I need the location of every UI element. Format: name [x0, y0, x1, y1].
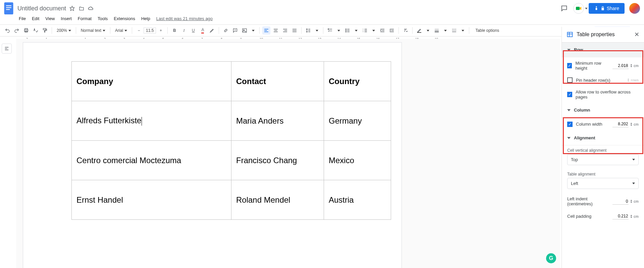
table-cell[interactable]: Alfreds Futterkiste [72, 101, 231, 141]
table-cell[interactable]: Francisco Chang [231, 141, 324, 180]
checklist-dropdown[interactable] [335, 29, 342, 32]
table-cell[interactable]: Austria [324, 180, 391, 220]
row-section-toggle[interactable]: Row [562, 43, 644, 57]
table-properties-icon [567, 31, 573, 38]
align-justify-icon[interactable] [290, 26, 299, 35]
border-width-dropdown[interactable] [442, 29, 449, 32]
meet-icon[interactable] [573, 3, 584, 14]
menu-file[interactable]: File [16, 15, 29, 22]
clear-formatting-icon[interactable] [401, 26, 410, 35]
spellcheck-icon[interactable] [32, 26, 40, 35]
table-cell[interactable]: Mexico [324, 141, 391, 180]
left-indent-input[interactable] [612, 198, 629, 205]
underline-icon[interactable]: U [189, 26, 197, 35]
table-cell[interactable]: Centro comercial Moctezuma [72, 141, 231, 180]
insert-image-dropdown[interactable] [250, 29, 257, 32]
close-panel-icon[interactable]: ✕ [634, 31, 639, 38]
account-avatar[interactable] [629, 3, 640, 14]
menu-insert[interactable]: Insert [58, 15, 74, 22]
svg-point-18 [346, 31, 346, 32]
column-section-toggle[interactable]: Column [562, 103, 644, 117]
insert-comment-icon[interactable] [231, 26, 239, 35]
select-value: Left [571, 181, 578, 186]
align-left-icon[interactable] [262, 26, 270, 35]
overflow-checkbox[interactable]: ✓ [567, 92, 572, 97]
text-color-icon[interactable]: A [199, 26, 207, 35]
comments-icon[interactable] [560, 4, 569, 13]
document-outline-toggle[interactable] [2, 44, 12, 54]
font-select[interactable]: Arial [113, 27, 129, 34]
min-row-height-input[interactable] [612, 63, 629, 69]
menu-tools[interactable]: Tools [95, 15, 110, 22]
border-width-icon[interactable] [433, 26, 441, 35]
bold-icon[interactable]: B [170, 26, 178, 35]
select-value: Top [571, 157, 578, 162]
border-color-icon[interactable] [415, 26, 423, 35]
menu-edit[interactable]: Edit [29, 15, 42, 22]
font-size-decrease[interactable]: − [135, 26, 143, 35]
menu-help[interactable]: Help [139, 15, 153, 22]
table-options-button[interactable]: Table options [472, 27, 502, 34]
menu-extensions[interactable]: Extensions [111, 15, 138, 22]
document-title[interactable]: Untitled document [17, 5, 66, 12]
zoom-select[interactable]: 200% [55, 27, 73, 34]
line-spacing-dropdown[interactable] [314, 29, 320, 32]
insert-link-icon[interactable] [222, 26, 230, 35]
pin-header-checkbox[interactable]: ✓ [567, 77, 573, 83]
share-button[interactable]: Share [589, 3, 625, 14]
table-cell[interactable]: Ernst Handel [72, 180, 231, 220]
border-style-icon[interactable] [450, 26, 458, 35]
table-header-cell[interactable]: Contact [231, 62, 324, 101]
align-right-icon[interactable] [281, 26, 289, 35]
highlight-icon[interactable] [208, 26, 216, 35]
line-spacing-icon[interactable] [304, 26, 312, 35]
undo-icon[interactable] [3, 26, 11, 35]
svg-rect-7 [595, 8, 597, 10]
alignment-section-toggle[interactable]: Alignment [562, 131, 644, 145]
column-width-input[interactable] [612, 121, 629, 127]
document-table[interactable]: Company Contact Country Alfreds Futterki… [71, 61, 391, 220]
numbered-list-dropdown[interactable] [370, 29, 377, 32]
insert-image-icon[interactable] [240, 26, 249, 35]
cell-vertical-alignment-select[interactable]: Top [567, 154, 639, 165]
border-style-dropdown[interactable] [460, 29, 466, 32]
paragraph-style-select[interactable]: Normal text [79, 27, 107, 34]
star-icon[interactable] [69, 5, 75, 12]
min-row-height-checkbox[interactable]: ✓ [567, 63, 572, 68]
docs-logo[interactable] [3, 2, 15, 14]
stepper-icon[interactable]: ▲▼ [630, 199, 632, 203]
table-alignment-select[interactable]: Left [567, 178, 639, 189]
redo-icon[interactable] [13, 26, 21, 35]
numbered-list-icon[interactable]: 123 [361, 26, 369, 35]
paint-format-icon[interactable] [41, 26, 49, 35]
stepper-icon[interactable]: ▲▼ [630, 122, 632, 126]
checklist-icon[interactable] [326, 26, 334, 35]
table-cell[interactable]: Germany [324, 101, 391, 141]
document-canvas[interactable]: Company Contact Country Alfreds Futterki… [16, 39, 560, 268]
table-cell[interactable]: Roland Mendel [231, 180, 324, 220]
move-icon[interactable] [78, 5, 85, 12]
align-center-icon[interactable] [272, 26, 280, 35]
cloud-saved-icon[interactable] [88, 5, 94, 12]
menu-view[interactable]: View [43, 15, 57, 22]
indent-decrease-icon[interactable] [378, 26, 386, 35]
menu-format[interactable]: Format [75, 15, 94, 22]
column-width-checkbox[interactable]: ✓ [567, 122, 573, 127]
print-icon[interactable] [22, 26, 30, 35]
table-header-cell[interactable]: Country [324, 62, 391, 101]
border-color-dropdown[interactable] [425, 29, 431, 32]
font-size-increase[interactable]: + [157, 26, 165, 35]
font-size-input[interactable]: 11.5 [144, 27, 156, 34]
stepper-icon[interactable]: ▲▼ [630, 64, 632, 68]
last-edit-link[interactable]: Last edit was 21 minutes ago [156, 16, 213, 21]
stepper-icon[interactable]: ▲▼ [630, 214, 632, 218]
italic-icon[interactable]: I [180, 26, 188, 35]
table-header-cell[interactable]: Company [72, 62, 231, 101]
bulleted-list-dropdown[interactable] [353, 29, 360, 32]
bulleted-list-icon[interactable] [343, 26, 352, 35]
grammarly-icon[interactable]: G [546, 253, 556, 263]
cell-padding-input[interactable] [612, 213, 629, 219]
app-header: Untitled document Share [0, 0, 644, 15]
table-cell[interactable]: Maria Anders [231, 101, 324, 141]
indent-increase-icon[interactable] [388, 26, 396, 35]
